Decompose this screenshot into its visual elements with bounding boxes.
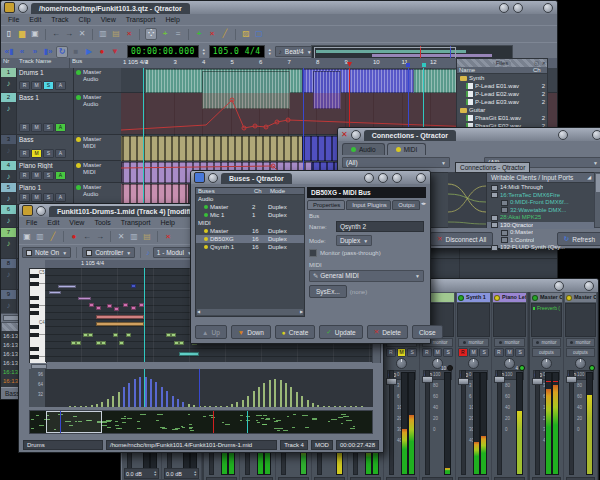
velocity-bar[interactable] [220, 406, 222, 408]
open-session-icon[interactable]: ▆ [17, 29, 27, 39]
tab-audio[interactable]: Audio [342, 143, 385, 155]
track-add-icon[interactable]: + [194, 29, 204, 39]
create-button[interactable]: ●Create [275, 325, 315, 339]
track-a-button[interactable]: A [55, 193, 66, 202]
forward-end-icon[interactable]: ▮» [43, 47, 53, 57]
track-row[interactable]: 1♪Drums 1RMSAMasterAudio [1, 68, 121, 93]
buses-minimize[interactable] [392, 173, 402, 183]
velocity-bar[interactable] [85, 406, 87, 408]
track-row[interactable]: 5♪Piano 1RMSAMasterAudio [1, 183, 121, 205]
file-item[interactable]: PhasGit E01.wav2 [457, 114, 547, 122]
velocity-bar[interactable] [296, 392, 298, 407]
velocity-bar[interactable] [312, 403, 314, 407]
velocity-bar[interactable] [166, 391, 168, 407]
velocity-bar[interactable] [209, 406, 211, 408]
left-filter-combo[interactable]: (All)▼ [342, 157, 450, 168]
files-columns[interactable]: Name Ch [457, 67, 547, 74]
velocity-bar[interactable] [258, 387, 260, 407]
velocity-bar[interactable] [323, 406, 325, 408]
backward-start-icon[interactable]: «▮ [4, 47, 14, 57]
sysex-button[interactable]: SysEx... [309, 285, 347, 298]
midi-note[interactable] [171, 333, 176, 337]
strip-m-button[interactable]: M [433, 348, 443, 357]
strip-label[interactable]: Master Ou [531, 293, 562, 302]
main-titlebar[interactable]: /home/rncbc/tmp/Funkit101.3.qtz - Qtract… [1, 1, 557, 14]
monitor-button[interactable]: monitor [532, 338, 561, 347]
minimize-button[interactable] [499, 3, 509, 13]
midi-note[interactable] [179, 352, 199, 356]
track-m-button[interactable]: M [31, 149, 42, 158]
velocity-bar[interactable] [177, 399, 179, 407]
buses-help[interactable] [364, 173, 374, 183]
record-track-icon[interactable]: ● [69, 232, 79, 242]
menu-transport[interactable]: Transport [126, 16, 156, 23]
track-a-button[interactable]: A [55, 123, 66, 132]
velocity-bar[interactable] [172, 396, 174, 407]
midi-note[interactable] [78, 297, 91, 300]
midi-note[interactable] [131, 306, 136, 310]
velocity-bar[interactable] [107, 399, 109, 407]
velocity-bar[interactable] [123, 387, 125, 407]
gain-spinbox[interactable]: 0.0 dB▲▼ [164, 468, 199, 479]
menu-view[interactable]: View [101, 16, 116, 23]
client-port-item[interactable]: 0:MIDI-Front DMX6f... [487, 199, 595, 207]
bus-group[interactable]: MIDI [196, 219, 304, 227]
track-edit-icon[interactable]: ╱ [220, 29, 230, 39]
midi-clip-bass[interactable] [121, 136, 304, 161]
menu-file[interactable]: File [8, 16, 19, 23]
midi-note[interactable] [88, 333, 93, 337]
midi-menu-edit[interactable]: Edit [47, 219, 59, 226]
velocity-bar[interactable] [263, 383, 265, 407]
client-port-item[interactable]: 14:Midi Through [487, 184, 595, 192]
velocity-bar[interactable] [334, 406, 336, 408]
file-item[interactable]: P-Lead E02.wav2 [457, 90, 547, 98]
client-port-item[interactable]: 32:Wavetable DMX... [487, 207, 595, 215]
midi-overview[interactable] [29, 410, 373, 434]
event-type-combo[interactable]: Note On▼ [22, 247, 71, 258]
menu-help[interactable]: Help [165, 16, 179, 23]
bus-item[interactable]: Mic 11Duplex [196, 211, 304, 219]
midi-menu-file[interactable]: File [26, 219, 37, 226]
velocity-bar[interactable] [344, 406, 346, 408]
velocity-bar[interactable] [280, 380, 282, 407]
col-nr[interactable]: Nr [1, 58, 19, 68]
velocity-bar[interactable] [69, 406, 71, 408]
midi-note[interactable] [96, 315, 144, 319]
track-r-button[interactable]: R [19, 193, 30, 202]
black-key[interactable] [30, 282, 39, 286]
velocity-bar[interactable] [182, 402, 184, 407]
outputs-button[interactable]: outputs [532, 348, 561, 357]
track-s-button[interactable]: S [43, 123, 54, 132]
files-close-icon[interactable]: ✕ [542, 60, 546, 66]
midi-note[interactable] [126, 333, 131, 337]
paste-icon[interactable]: ▤ [142, 232, 152, 242]
midi-note[interactable] [96, 322, 144, 326]
velocity-bar[interactable] [101, 402, 103, 407]
velocity-bar[interactable] [236, 402, 238, 407]
buses-close[interactable] [416, 173, 426, 183]
refresh-button[interactable]: ↻Refresh [557, 232, 600, 246]
monitor-button[interactable]: monitor [494, 338, 525, 347]
velocity-bar[interactable] [193, 405, 195, 407]
midi-window-menu[interactable] [36, 206, 46, 216]
backward-icon[interactable]: « [17, 47, 27, 57]
connections-scrollbar[interactable] [594, 172, 600, 228]
strip-r-button[interactable]: R [422, 348, 432, 357]
files-panel-titlebar[interactable]: Files ◱ ✕ [457, 59, 547, 67]
velocity-bar[interactable] [74, 406, 76, 408]
strip-s-button[interactable]: S [443, 348, 453, 357]
midi-menu-tools[interactable]: Tools [94, 219, 110, 226]
file-item[interactable]: Synth [457, 74, 547, 82]
black-key[interactable] [30, 333, 39, 337]
save-session-icon[interactable]: ▣ [30, 29, 40, 39]
midi-clip-bass-selected[interactable] [302, 136, 341, 161]
velocity-bar[interactable] [91, 405, 93, 407]
velocity-bar[interactable] [231, 404, 233, 407]
strip-m-button[interactable]: M [505, 348, 515, 357]
bus-item[interactable]: Master2Duplex [196, 203, 304, 211]
midi-note[interactable] [179, 341, 184, 345]
mode-combo[interactable]: Duplex▼ [336, 235, 372, 246]
black-key[interactable] [30, 311, 39, 315]
loop-icon[interactable]: ↻ [56, 46, 68, 58]
velocity-bar[interactable] [96, 404, 98, 407]
